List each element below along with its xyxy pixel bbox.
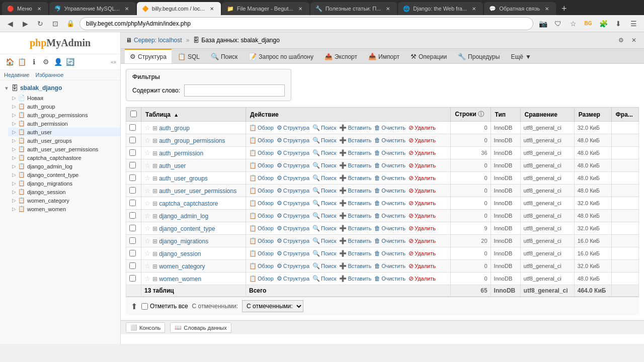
tab-close-dj-icon[interactable]: ✕ <box>470 5 478 13</box>
delete-link[interactable]: ⊘ Удалить <box>409 162 436 169</box>
sidebar-table-auth-user-perm[interactable]: ▷ 📋 auth_user_user_permissions <box>8 145 120 153</box>
insert-link[interactable]: ➕ Вставить <box>339 174 371 182</box>
clear-link[interactable]: 🗑 Очистить <box>374 250 406 257</box>
with-selected-dropdown[interactable]: С отмеченными: <box>242 300 303 312</box>
row-checkbox-6[interactable] <box>129 200 136 206</box>
select-all-header-checkbox[interactable] <box>130 111 137 117</box>
tab-feedback[interactable]: 💬 Обратная связь ✕ <box>484 2 556 15</box>
search-link[interactable]: 🔍 Поиск <box>312 149 336 156</box>
search-link[interactable]: 🔍 Поиск <box>312 237 336 244</box>
search-link[interactable]: 🔍 Поиск <box>312 275 336 282</box>
browse-link[interactable]: 📋 Обзор <box>249 162 274 169</box>
row-checkbox-9[interactable] <box>129 237 136 244</box>
sidebar-table-captcha[interactable]: ▷ 📋 captcha_captchastore <box>8 153 120 162</box>
table-name-link[interactable]: auth_permission <box>159 150 203 157</box>
sidebar-table-women-women[interactable]: ▷ 📋 women_women <box>8 205 120 213</box>
tab-phpmyadmin[interactable]: 🔶 billy.begut.com / loc... ✕ <box>137 2 221 15</box>
sidebar-table-django-session[interactable]: ▷ 📋 django_session <box>8 188 120 196</box>
clear-link[interactable]: 🗑 Очистить <box>374 237 406 244</box>
clear-link[interactable]: 🗑 Очистить <box>374 225 406 232</box>
tab-close-fm-icon[interactable]: ✕ <box>296 5 304 13</box>
row-checkbox-8[interactable] <box>129 225 136 231</box>
insert-link[interactable]: ➕ Вставить <box>339 212 371 219</box>
tab-query[interactable]: 📝 Запрос по шаблону <box>244 49 318 63</box>
star-icon[interactable]: ☆ <box>144 124 151 132</box>
bookmark-icon[interactable]: ☆ <box>567 17 580 30</box>
structure-link[interactable]: ⚙ Структура <box>277 149 309 156</box>
delete-link[interactable]: ⊘ Удалить <box>409 250 436 257</box>
delete-link[interactable]: ⊘ Удалить <box>409 149 436 156</box>
tab-django[interactable]: 🌐 Django: the Web fra... ✕ <box>398 2 483 15</box>
tab-sql[interactable]: 📋 SQL <box>173 49 205 63</box>
delete-link[interactable]: ⊘ Удалить <box>409 275 436 282</box>
star-icon[interactable]: ☆ <box>144 187 151 195</box>
delete-link[interactable]: ⊘ Удалить <box>409 187 436 194</box>
forward-button[interactable]: ▶ <box>19 18 31 30</box>
browse-link[interactable]: 📋 Обзор <box>249 174 274 182</box>
reload-button[interactable]: ↻ <box>34 18 46 30</box>
structure-link[interactable]: ⚙ Структура <box>277 237 309 244</box>
sidebar-expand-icon[interactable]: «» <box>111 59 116 65</box>
table-browse-icon[interactable]: ⊞ <box>152 225 157 232</box>
insert-link[interactable]: ➕ Вставить <box>339 225 371 232</box>
search-link[interactable]: 🔍 Поиск <box>312 124 336 131</box>
menu-icon[interactable]: ☰ <box>627 17 640 30</box>
sidebar-sql-icon[interactable]: 📋 <box>16 56 27 67</box>
clear-link[interactable]: 🗑 Очистить <box>374 149 406 156</box>
th-table[interactable]: Таблица ▲ <box>141 108 246 122</box>
browse-link[interactable]: 📋 Обзор <box>249 137 274 144</box>
clear-link[interactable]: 🗑 Очистить <box>374 212 406 219</box>
insert-link[interactable]: ➕ Вставить <box>339 200 371 207</box>
delete-link[interactable]: ⊘ Удалить <box>409 174 436 182</box>
star-icon[interactable]: ☆ <box>144 199 151 207</box>
table-browse-icon[interactable]: ⊞ <box>152 162 157 169</box>
row-checkbox-2[interactable] <box>129 149 136 156</box>
sidebar-table-django-content[interactable]: ▷ 📋 django_content_type <box>8 170 120 179</box>
table-browse-icon[interactable]: ⊞ <box>152 188 157 195</box>
table-browse-icon[interactable]: ⊞ <box>152 213 157 220</box>
search-link[interactable]: 🔍 Поиск <box>312 187 336 194</box>
sidebar-table-django-admin[interactable]: ▷ 📋 django_admin_log <box>8 162 120 170</box>
clear-link[interactable]: 🗑 Очистить <box>374 124 406 131</box>
clear-link[interactable]: 🗑 Очистить <box>374 162 406 169</box>
table-name-link[interactable]: auth_user_groups <box>159 175 208 182</box>
star-icon[interactable]: ☆ <box>144 249 151 257</box>
collapse-icon[interactable]: ▼ <box>4 85 9 91</box>
search-link[interactable]: 🔍 Поиск <box>312 262 336 269</box>
clear-link[interactable]: 🗑 Очистить <box>374 275 406 282</box>
tab-import[interactable]: 📥 Импорт <box>363 49 405 63</box>
browse-link[interactable]: 📋 Обзор <box>249 275 274 282</box>
console-tab[interactable]: ⬜ Консоль <box>126 322 165 333</box>
filter-button[interactable]: Фильтры <box>132 73 285 80</box>
star-icon[interactable]: ☆ <box>144 237 151 245</box>
star-icon[interactable]: ☆ <box>144 149 151 157</box>
delete-link[interactable]: ⊘ Удалить <box>409 124 436 131</box>
sidebar-new-item[interactable]: ▷ 📄 Новая <box>8 94 120 102</box>
structure-link[interactable]: ⚙ Структура <box>277 124 309 131</box>
sidebar-user-icon[interactable]: 👤 <box>52 56 63 67</box>
table-browse-icon[interactable]: ⊞ <box>152 276 157 283</box>
structure-link[interactable]: ⚙ Структура <box>277 174 309 182</box>
row-checkbox-1[interactable] <box>129 137 136 143</box>
table-browse-icon[interactable]: ⊞ <box>152 263 157 270</box>
delete-link[interactable]: ⊘ Удалить <box>409 262 436 269</box>
star-icon[interactable]: ☆ <box>144 161 151 169</box>
insert-link[interactable]: ➕ Вставить <box>339 237 371 244</box>
table-browse-icon[interactable]: ⊞ <box>152 238 157 245</box>
structure-link[interactable]: ⚙ Структура <box>277 262 309 269</box>
shield-icon[interactable]: 🛡 <box>551 17 565 30</box>
search-link[interactable]: 🔍 Поиск <box>312 162 336 169</box>
table-name-link[interactable]: auth_user <box>159 162 186 169</box>
clear-link[interactable]: 🗑 Очистить <box>374 174 406 182</box>
clear-link[interactable]: 🗑 Очистить <box>374 200 406 207</box>
tab-close-art-icon[interactable]: ✕ <box>384 5 392 13</box>
download-icon[interactable]: ⬇ <box>612 17 625 30</box>
tab-mysql[interactable]: 🐬 Управление MySQL... ✕ <box>49 2 136 15</box>
server-breadcrumb[interactable]: Сервер: localhost <box>134 37 182 44</box>
extensions-icon[interactable]: 🧩 <box>597 17 610 30</box>
sidebar-table-auth-permission[interactable]: ▷ 📋 auth_permission <box>8 119 120 128</box>
insert-link[interactable]: ➕ Вставить <box>339 137 371 144</box>
insert-link[interactable]: ➕ Вставить <box>339 149 371 156</box>
search-link[interactable]: 🔍 Поиск <box>312 225 336 232</box>
delete-link[interactable]: ⊘ Удалить <box>409 237 436 244</box>
